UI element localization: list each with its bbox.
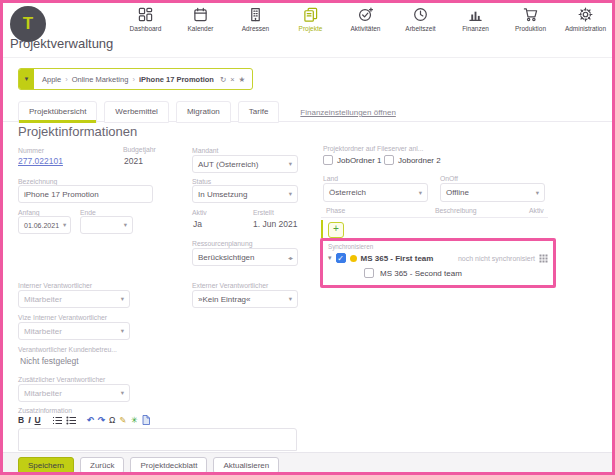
nummer-link[interactable]: 277.022101 [18, 156, 63, 166]
add-phase-button[interactable]: + [328, 222, 344, 238]
externer-select[interactable]: »Kein Eintrag« ▾ [192, 290, 298, 308]
bar-chart-icon [468, 7, 483, 23]
caret-down-icon: ▾ [289, 295, 292, 303]
bezeichnung-input[interactable]: iPhone 17 Promotion [18, 185, 153, 203]
unordered-list-icon[interactable] [66, 416, 76, 425]
erstellt-label: Erstellt [253, 209, 274, 216]
nav-item-arbeitszeit[interactable]: Arbeitszeit [393, 7, 448, 32]
nummer-label: Nummer [18, 147, 44, 154]
jobordner1-label: JobOrdner 1 [337, 156, 381, 165]
star-icon[interactable]: ★ [239, 75, 246, 84]
finance-settings-link[interactable]: Finanzeinstellungen öffnen [300, 108, 395, 123]
aktualisieren-button[interactable]: Aktualisieren [213, 457, 279, 474]
underline-icon[interactable]: U [35, 415, 41, 425]
caret-down-icon: ▾ [289, 190, 292, 198]
zusatzinformation-label: Zusatzinformation [18, 407, 72, 414]
breadcrumb-item[interactable]: Apple [42, 75, 61, 84]
nav-item-aktivitaeten[interactable]: Aktivitäten [338, 7, 393, 32]
breadcrumb-dropdown-button[interactable]: ▼ [19, 69, 34, 89]
caret-down-icon: ▾ [63, 221, 66, 229]
caret-down-icon: ▾ [289, 160, 292, 168]
undo-icon[interactable]: ↶ [87, 415, 94, 425]
tab-migration[interactable]: Migration [176, 101, 231, 123]
ende-date-select[interactable]: ▾ [80, 216, 133, 234]
nav-item-administration[interactable]: Administration [558, 7, 613, 32]
ms-grid-icon[interactable] [539, 254, 548, 263]
nav-label: Finanzen [462, 25, 489, 32]
synchronisieren-label: Synchronisieren [328, 243, 373, 250]
jobordner1-checkbox[interactable] [323, 155, 333, 165]
tab-bar: Projektübersicht Werbemittel Migration T… [18, 101, 396, 123]
special-char-icon[interactable]: Ω [109, 415, 115, 425]
second-team-checkbox[interactable] [364, 268, 374, 278]
italic-icon[interactable]: I [28, 415, 30, 425]
fileserver-label: Projektordner auf Fileserver anl... [323, 145, 424, 152]
vize-label: Vize Interner Verantwortlicher [18, 314, 107, 321]
nav-item-projekte[interactable]: Projekte [283, 7, 338, 32]
bezeichnung-value: iPhone 17 Promotion [24, 190, 99, 199]
phase-table-divider [321, 217, 548, 218]
aktiv-header: Aktiv [529, 207, 544, 214]
tab-projektuebersicht[interactable]: Projektübersicht [18, 101, 97, 123]
header-divider [0, 57, 615, 58]
redo-icon[interactable]: ↷ [98, 415, 105, 425]
first-team-name[interactable]: MS 365 - First team [361, 254, 434, 263]
jobordner2-checkbox[interactable] [384, 155, 394, 165]
app-window: T Dashboard Kalender Adressen Projekte A… [0, 0, 615, 475]
nav-label: Kalender [187, 25, 213, 32]
status-label: Status [192, 178, 211, 185]
jobordner2-label: Jobordner 2 [398, 156, 441, 165]
ressourcenplanung-select[interactable]: Berücksichtigen ◂▸ [192, 248, 298, 266]
nav-label: Produktion [515, 25, 546, 32]
ordered-list-icon[interactable] [52, 416, 62, 425]
zusatzinformation-textarea[interactable] [18, 428, 297, 451]
externer-label: Externer Verantwortlicher [192, 282, 268, 289]
expand-caret-icon[interactable]: ▾ [328, 254, 332, 262]
projektdeckblatt-button[interactable]: Projektdeckblatt [130, 457, 207, 474]
jobordner1-row: JobOrdner 1 [323, 155, 381, 165]
anfang-date-select[interactable]: 01.06.2021 ▾ [18, 216, 71, 234]
zurueck-button[interactable]: Zurück [80, 457, 124, 474]
nav-item-finanzen[interactable]: Finanzen [448, 7, 503, 32]
first-team-checkbox[interactable]: ✓ [336, 253, 346, 263]
mandant-select[interactable]: AUT (Österreich) ▾ [192, 155, 298, 173]
tab-tarife[interactable]: Tarife [238, 101, 280, 123]
logo-letter: T [23, 14, 33, 34]
phase-row-indicator [321, 220, 323, 238]
breadcrumb-trail: Apple › Online Marketing › iPhone 17 Pro… [42, 75, 214, 84]
first-team-sync-status: noch nicht synchronisiert [458, 255, 535, 262]
bold-icon[interactable]: B [18, 415, 24, 425]
onoff-label: OnOff [440, 175, 458, 182]
tab-werbemittel[interactable]: Werbemittel [104, 101, 169, 123]
flower-icon[interactable]: ✳ [130, 415, 137, 425]
kundenbetreuer-value: Nicht festgelegt [20, 356, 79, 366]
onoff-select[interactable]: Offline ▾ [440, 183, 545, 202]
shopping-cart-icon [523, 7, 538, 23]
zusaetzlicher-select[interactable]: Mitarbeiter ▾ [18, 384, 130, 402]
aktiv-label: Aktiv [192, 209, 207, 216]
interner-placeholder: Mitarbeiter [24, 295, 62, 304]
breadcrumb-item-current[interactable]: iPhone 17 Promotion [139, 75, 214, 84]
speichern-button[interactable]: Speichern [18, 457, 74, 474]
land-select[interactable]: Österreich ▾ [323, 183, 428, 202]
nav-item-produktion[interactable]: Produktion [503, 7, 558, 32]
second-team-name[interactable]: MS 365 - Second team [380, 269, 462, 278]
nav-label: Arbeitszeit [405, 25, 435, 32]
close-icon[interactable]: × [230, 75, 234, 84]
nav-item-kalender[interactable]: Kalender [173, 7, 228, 32]
documents-icon [303, 7, 318, 23]
document-icon[interactable] [142, 415, 150, 425]
status-select[interactable]: In Umsetzung ▾ [192, 185, 298, 203]
nav-item-adressen[interactable]: Adressen [228, 7, 283, 32]
interner-select[interactable]: Mitarbeiter ▾ [18, 290, 130, 308]
vize-select[interactable]: Mitarbeiter ▾ [18, 322, 130, 340]
nav-item-dashboard[interactable]: Dashboard [118, 7, 173, 32]
ressourcenplanung-label: Ressourcenplanung [192, 240, 252, 247]
breadcrumb-item[interactable]: Online Marketing [72, 75, 129, 84]
breadcrumb-actions: ↻ × ★ [220, 75, 245, 84]
refresh-icon[interactable]: ↻ [220, 75, 226, 84]
vize-placeholder: Mitarbeiter [24, 327, 62, 336]
main-nav: Dashboard Kalender Adressen Projekte Akt… [118, 7, 613, 32]
jobordner2-row: Jobordner 2 [384, 155, 441, 165]
brush-icon[interactable]: ✎ [119, 415, 126, 425]
